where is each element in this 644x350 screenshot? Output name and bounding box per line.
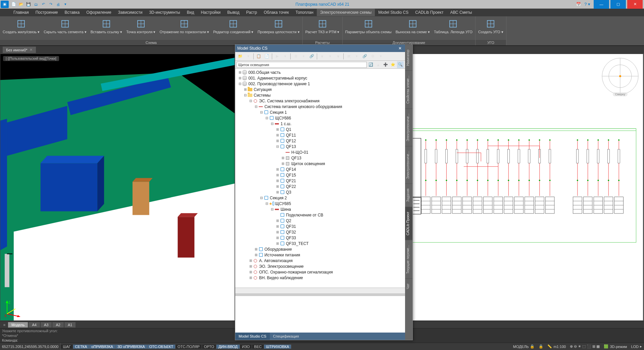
menu-item[interactable]: CADLib Проект [412,9,447,16]
copy-icon[interactable]: 📋 [255,53,262,60]
tree-node[interactable]: ⊞000.Общая часть [235,69,405,75]
ribbon-button[interactable]: Выноска на схеме ▾ [394,17,432,35]
tree-expand-icon[interactable]: ⊞ [281,156,285,160]
status-toggle[interactable]: ОТС-ПОЛЯР [176,345,202,349]
status-toggle[interactable]: ИЗО [240,345,252,349]
ribbon-button[interactable]: Таблица. Легенда УГО [432,17,475,35]
tree-node[interactable]: ⊟Шина [235,206,405,212]
tree-node[interactable]: ⊞Источники питания [235,252,405,258]
close-button[interactable]: ✕ [627,0,643,9]
ribbon-button[interactable]: Расчет ТКЗ и РТМ ▾ [303,17,342,35]
status-toggle[interactable]: ВЕС [252,345,264,349]
qat-dropdown-icon[interactable]: ▾ [62,1,68,7]
menu-item[interactable]: Топоплан [292,9,317,16]
ribbon-button[interactable]: Вставить ссылку ▾ [89,17,125,35]
settings-dd-icon[interactable]: ▾ [377,53,385,60]
tree-expand-icon[interactable]: ⊞ [254,253,258,257]
tree-node[interactable]: Подключение от СВ [235,212,405,218]
tree-node[interactable]: ⊞Щиток освещения [235,161,405,166]
tree-node[interactable]: ⊞Ситуация [235,87,405,92]
menu-item[interactable]: Model Studio CS [375,9,412,16]
menu-item[interactable]: Вставка [61,9,83,16]
view-orientation-pill[interactable]: [-][Пользовательский вид][Точки] [3,56,59,61]
minimize-button[interactable]: — [594,0,609,9]
tree-node[interactable]: ⊞QF15 [235,172,405,178]
layout-tab[interactable]: А3 [41,322,52,328]
ribbon-button[interactable]: Создать УГО ▾ [476,17,505,35]
run-icon[interactable]: ▶ [274,53,281,60]
undo-icon[interactable]: ↶ [40,1,46,7]
tree-expand-icon[interactable]: ⊟ [265,116,269,120]
menu-item[interactable]: Главная [10,9,32,16]
layout-menu-icon[interactable]: ≡ [1,322,7,328]
filter2-icon[interactable]: ▼ [335,53,342,60]
tree-node[interactable]: ⊟Секция 2 [235,195,405,201]
run-dd-icon[interactable]: ▾ [282,53,289,60]
project-tree[interactable]: ⊞000.Общая часть⊞001. Административный к… [235,69,405,288]
tree-node[interactable]: Н-ЩО-01 [235,149,405,155]
tree-node[interactable]: ⊞QF33_ТЕСТ [235,241,405,246]
palette-side-tab[interactable]: Электротехниче... [405,146,412,184]
palette-side-tab[interactable]: Свойства элеме... [405,70,412,108]
tree-node[interactable]: ⊟Системы [235,92,405,98]
status-toggle[interactable]: ШТРИХОВКА [264,345,292,349]
tree-node[interactable]: ⊞Q1 [235,127,405,132]
tree-expand-icon[interactable]: ⊞ [254,247,258,251]
palette-title-bar[interactable]: Model Studio CS ✕ [235,45,405,52]
tree-node[interactable]: ⊞QF12 [235,138,405,144]
tree-expand-icon[interactable]: ⊟ [259,110,263,114]
3d-mode-toggle[interactable]: 🟩 3D-режим [602,344,629,349]
save-icon[interactable]: 💾 [26,1,32,7]
ribbon-button[interactable]: Проверка целостности ▾ [255,17,301,35]
tree-expand-icon[interactable]: ⊞ [249,259,253,262]
search-input[interactable] [237,62,367,68]
view-cube[interactable]: Сверху [600,56,640,96]
tree-expand-icon[interactable]: ⊞ [276,167,280,171]
palette-close-icon[interactable]: ✕ [397,46,403,51]
status-toggle[interactable]: ШАГ [61,345,73,349]
menu-item[interactable]: 3D-инструменты [146,9,183,16]
palette-side-tab[interactable]: Задания [405,184,412,207]
tree-expand-icon[interactable]: ⊞ [276,242,280,245]
tree-node[interactable]: ⊟QF13 [235,144,405,149]
tree-node[interactable]: ⊞QF13 [235,155,405,161]
tree-expand-icon[interactable]: ⊟ [249,99,253,103]
menu-item[interactable]: Электротехнические схемы [317,9,375,16]
tree-expand-icon[interactable]: ⊞ [276,179,280,183]
paste-icon[interactable]: 📄 [263,53,270,60]
redo-icon[interactable]: ↷ [48,1,54,7]
tree-node[interactable]: ⊞QF21 [235,178,405,184]
tree-expand-icon[interactable]: ⊞ [243,88,247,91]
status-toggle[interactable]: 3D оПРИВЯЗКА [115,345,147,349]
tree-node[interactable]: ⊞ОПС. Охранно-пожарная сигнализация [235,269,405,275]
tool-dd-icon[interactable]: ▾ [353,53,360,60]
tree-expand-icon[interactable]: ⊞ [238,76,242,80]
tree-expand-icon[interactable]: ⊞ [276,219,280,222]
tree-node[interactable]: ⊟002. Производственное здание 1 [235,81,405,87]
tree-expand-icon[interactable]: ⊞ [249,270,253,274]
tree-expand-icon[interactable]: ⊞ [281,162,285,165]
menu-item[interactable]: Построение [32,9,61,16]
layout-tab[interactable]: А1 [64,322,76,328]
attach-icon[interactable]: 🔗 [308,53,315,60]
print-icon[interactable]: 🖨 [55,1,61,7]
tree-node[interactable]: ⊟ЭС. Система электроснабжения [235,98,405,104]
tree-node[interactable]: ⊞ЭО. Электроосвещение [235,263,405,269]
list-dd-icon[interactable]: ▾ [300,53,307,60]
status-toggle[interactable]: ОРТО [202,345,216,349]
menu-item[interactable]: АВС Сметы [447,9,475,16]
help-menu[interactable]: ? ▾ [582,2,592,7]
favorite-icon[interactable]: ⭐ [390,61,396,68]
tree-expand-icon[interactable]: ⊟ [276,145,280,148]
filter-icon[interactable]: ▼ [318,53,326,60]
menu-item[interactable]: Растр [243,9,260,16]
tree-node[interactable]: ⊟Секция 1 [235,109,405,115]
save-all-icon[interactable]: 🗂 [33,1,39,7]
tree-expand-icon[interactable]: ⊟ [259,196,263,200]
palette-bottom-tab[interactable]: Спецификация [270,333,302,340]
layout-tab[interactable]: А4 [29,322,40,328]
tree-node[interactable]: ⊟Система питания цехового оборудования [235,104,405,109]
tree-expand-icon[interactable]: ⊞ [276,173,280,177]
tree-expand-icon[interactable]: ⊟ [254,105,258,108]
annotation-icons[interactable]: ⊕ ⊖ ☀ ⬚ ⬛ ⊞ ▦ [568,344,602,349]
